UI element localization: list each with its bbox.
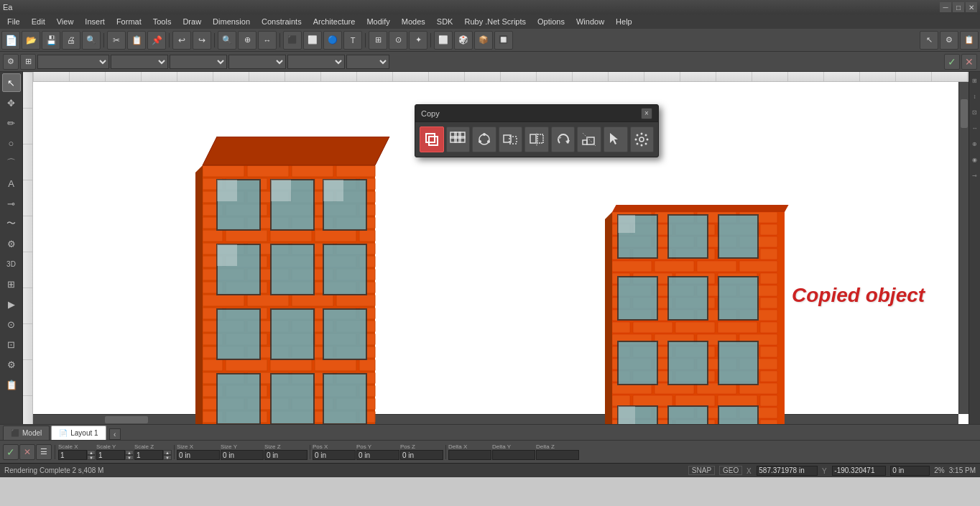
text-button[interactable]: T [343,31,362,50]
menu-edit[interactable]: Edit [26,16,51,27]
minimize-button[interactable]: ─ [940,2,951,12]
horizontal-scrollbar[interactable] [33,414,958,424]
scale-x-up[interactable]: ▲ [87,450,96,455]
array-tool[interactable]: ⊞ [2,275,21,293]
right-tool-3[interactable]: ⊡ [970,105,980,119]
lineweight-select[interactable] [228,55,286,69]
redo-button[interactable]: ↪ [193,31,211,50]
menu-format[interactable]: Format [111,16,147,27]
cut-button[interactable]: ✂ [107,31,126,50]
menu-help[interactable]: Help [610,16,638,27]
spline-tool[interactable]: 〜 [2,214,21,233]
persp-button[interactable]: ⬜ [303,31,322,50]
dialog-header[interactable]: Copy × [415,105,658,122]
maximize-button[interactable]: □ [953,2,964,12]
pos-y-input[interactable] [356,450,399,460]
zoom-button[interactable]: 🔍 [218,31,236,50]
3d-button[interactable]: 🎲 [454,31,473,50]
right-tool-4[interactable]: ↔ [970,121,980,135]
material-select[interactable] [287,55,345,69]
size-y-input[interactable] [221,450,264,460]
close-button[interactable]: ✕ [966,2,977,12]
status-props-button[interactable]: ☰ [36,444,52,460]
scale-x-down[interactable]: ▼ [87,455,96,460]
delta-z-input[interactable] [536,450,579,460]
linetype-select[interactable] [170,55,227,69]
copy-button[interactable]: 📋 [127,31,146,50]
move-tool[interactable]: ✥ [2,93,21,112]
scale-y-down[interactable]: ▼ [125,455,134,460]
block-tool[interactable]: ⊡ [2,335,21,354]
menu-options[interactable]: Options [532,16,570,27]
hatch-tool[interactable]: ⚙ [2,234,21,253]
ortho-button[interactable]: ⬛ [283,31,302,50]
snap-indicator[interactable]: SNAP [688,466,715,475]
text-tool[interactable]: A [2,174,21,193]
render-button[interactable]: 🔵 [323,31,342,50]
bbox-button[interactable]: ⬜ [434,31,453,50]
check-button[interactable]: ✓ [944,54,960,70]
orbit-tool[interactable]: ⊙ [2,315,21,334]
delta-x-input[interactable] [448,450,491,460]
geo-indicator[interactable]: GEO [719,466,742,475]
tab-nav-prev[interactable]: ‹ [109,428,121,440]
scale-z-down[interactable]: ▼ [163,455,172,460]
select-tool[interactable]: ↖ [2,73,21,92]
grid-button[interactable]: ⊞ [369,31,387,50]
size-z-input[interactable] [264,450,308,460]
copy-rotate-tool[interactable] [551,126,575,152]
undo-button[interactable]: ↩ [172,31,191,50]
status-ok-button[interactable]: ✓ [3,444,19,460]
dialog-close-button[interactable]: × [641,108,652,119]
3d-view-tool[interactable]: 3D [2,254,21,273]
settings-icon[interactable]: ⚙ [940,31,958,50]
snap2-button[interactable]: ✦ [409,31,427,50]
canvas-viewport[interactable]: Copied object Copy × [23,72,969,424]
obj-button[interactable]: 📦 [474,31,493,50]
copy-move-tool[interactable] [499,126,523,152]
coord-x-input[interactable] [757,466,818,476]
iso-button[interactable]: 🔲 [494,31,513,50]
copy-settings-tool[interactable] [630,126,655,152]
menu-draw[interactable]: Draw [177,16,207,27]
layer-select[interactable] [37,55,109,69]
copy-scale-tool[interactable] [577,126,601,152]
style-select[interactable] [346,55,389,69]
scale-z-up[interactable]: ▲ [163,450,172,455]
copy-select-tool[interactable] [604,126,628,152]
tab-layout1[interactable]: 📄 Layout 1 [51,426,106,440]
zoom-select-button[interactable]: ↔ [258,31,277,50]
menu-view[interactable]: View [51,16,80,27]
layer-tool[interactable]: 📋 [2,375,21,394]
copy-array-tool[interactable] [446,126,471,152]
circle-tool[interactable]: ○ [2,134,21,152]
menu-modify[interactable]: Modify [361,16,395,27]
size-x-input[interactable] [177,450,220,460]
menu-constraints[interactable]: Constraints [256,16,308,27]
pos-z-input[interactable] [400,450,443,460]
print-button[interactable]: 🖨 [62,31,80,50]
zoom-fit-button[interactable]: ⊕ [238,31,256,50]
cursor-options-button[interactable]: ↖ [920,31,938,50]
pos-x-input[interactable] [313,450,356,460]
draw-tool[interactable]: ✏ [2,114,21,132]
menu-file[interactable]: File [1,16,26,27]
copy-single-tool[interactable] [420,126,444,152]
scale-x-input[interactable] [58,450,87,460]
copy-circular-tool[interactable] [472,126,496,152]
coord-y-input[interactable] [832,466,886,476]
open-button[interactable]: 📂 [22,31,40,50]
paste-button[interactable]: 📌 [147,31,166,50]
color-select[interactable] [111,55,168,69]
dimension-tool[interactable]: ⊸ [2,194,21,213]
delta-y-input[interactable] [492,450,535,460]
right-tool-7[interactable]: ⊸ [970,168,980,183]
right-tool-2[interactable]: ↕ [970,89,980,104]
play-tool[interactable]: ▶ [2,295,21,313]
menu-insert[interactable]: Insert [79,16,111,27]
menu-window[interactable]: Window [570,16,610,27]
scale-y-input[interactable] [96,450,125,460]
snap-button[interactable]: ⊙ [389,31,407,50]
prop-icon-1[interactable]: ⚙ [3,54,19,70]
properties-tool[interactable]: ⚙ [2,355,21,374]
